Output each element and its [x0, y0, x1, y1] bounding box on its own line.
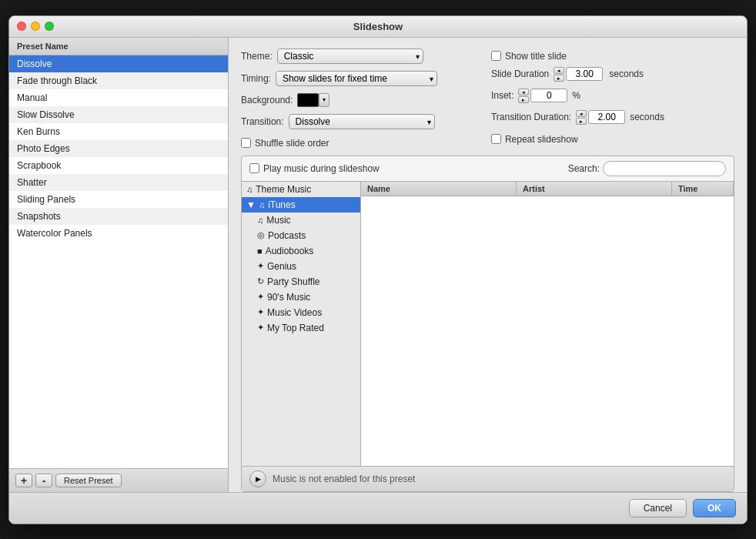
tree-item[interactable]: ♫Music — [242, 213, 360, 228]
maximize-button[interactable] — [45, 22, 54, 31]
cancel-button[interactable]: Cancel — [629, 499, 687, 517]
remove-preset-button[interactable]: - — [35, 474, 52, 487]
tree-item-label: Party Shuffle — [267, 276, 319, 287]
inset-up[interactable]: ▸ — [518, 96, 529, 103]
tree-item-label: iTunes — [268, 199, 296, 210]
timing-select[interactable]: Show slides for fixed time Manual Ken Bu… — [276, 71, 437, 86]
add-preset-button[interactable]: + — [15, 474, 32, 487]
tree-item[interactable]: ✦90's Music — [242, 290, 360, 305]
tree-item-label: My Top Rated — [267, 323, 324, 333]
theme-select[interactable]: Classic Modern Minimal — [277, 49, 423, 64]
play-button[interactable]: ▶ — [249, 470, 266, 487]
preset-item[interactable]: Photo Edges — [9, 140, 228, 157]
tree-item[interactable]: ✦My Top Rated — [242, 320, 360, 336]
music-search-area: Search: — [568, 161, 726, 176]
slide-duration-down[interactable]: ◂ — [554, 67, 564, 74]
window-title: Slideshow — [353, 21, 403, 32]
transition-select-wrapper[interactable]: Dissolve Fade Slide None — [289, 114, 435, 129]
tree-item[interactable]: ◎Podcasts — [242, 228, 360, 243]
tree-item[interactable]: ↻Party Shuffle — [242, 274, 360, 290]
inset-stepper: ◂ ▸ — [518, 89, 567, 103]
tree-item-label: 90's Music — [267, 292, 310, 303]
transition-duration-up[interactable]: ▸ — [576, 118, 587, 125]
inset-arrows: ◂ ▸ — [518, 89, 529, 103]
tree-item-icon: ▼ — [246, 199, 256, 210]
inset-label: Inset: — [491, 90, 513, 101]
shuffle-checkbox[interactable] — [241, 138, 251, 148]
color-swatch[interactable] — [297, 93, 319, 107]
tree-item-type-icon: ◎ — [257, 230, 265, 240]
slideshow-window: Slideshow Preset Name DissolveFade throu… — [8, 15, 748, 524]
preset-item[interactable]: Slow Dissolve — [9, 106, 228, 123]
swatch-arrow[interactable]: ▾ — [319, 93, 329, 107]
search-input[interactable] — [603, 161, 726, 176]
music-body: ♫Theme Music▼♫iTunes♫Music◎Podcasts■Audi… — [242, 182, 734, 466]
slide-duration-up[interactable]: ▸ — [554, 75, 564, 82]
show-title-checkbox[interactable] — [491, 51, 501, 61]
slide-duration-input[interactable] — [566, 67, 603, 81]
tree-item-type-icon: ■ — [257, 246, 263, 256]
tree-item[interactable]: ✦Music Videos — [242, 305, 360, 320]
ok-button[interactable]: OK — [693, 499, 736, 517]
preset-item[interactable]: Watercolor Panels — [9, 225, 228, 242]
left-settings-col: Theme: Classic Modern Minimal Timing: — [241, 49, 437, 151]
show-title-row: Show title slide — [491, 51, 664, 62]
tree-item-label: Music — [266, 215, 290, 226]
preset-item[interactable]: Ken Burns — [9, 123, 228, 140]
repeat-label: Repeat slideshow — [505, 134, 578, 145]
slide-duration-row: Slide Duration ◂ ▸ seconds — [491, 67, 664, 82]
timing-select-wrapper[interactable]: Show slides for fixed time Manual Ken Bu… — [276, 71, 437, 86]
right-panel: Theme: Classic Modern Minimal Timing: — [229, 38, 747, 492]
transition-duration-input[interactable] — [588, 110, 625, 124]
titlebar: Slideshow — [9, 16, 747, 38]
theme-select-wrapper[interactable]: Classic Modern Minimal — [277, 49, 423, 64]
preset-item[interactable]: Scrapbook — [9, 157, 228, 174]
preset-item[interactable]: Snapshots — [9, 208, 228, 225]
tree-item-type-icon: ♫ — [257, 216, 263, 225]
col-time: Time — [672, 182, 734, 196]
preset-list: DissolveFade through BlackManualSlow Dis… — [9, 55, 228, 468]
tree-item-type-icon: ♫ — [246, 185, 253, 194]
inset-input[interactable] — [530, 89, 567, 102]
tree-item-type-icon: ✦ — [257, 261, 264, 271]
minimize-button[interactable] — [31, 22, 40, 31]
repeat-checkbox[interactable] — [491, 134, 501, 144]
tree-item-type-icon: ✦ — [257, 323, 264, 333]
tree-item[interactable]: ✦Genius — [242, 259, 360, 274]
music-header: Play music during slideshow Search: — [242, 156, 734, 182]
bottom-bar: Cancel OK — [9, 492, 747, 524]
color-swatch-wrapper[interactable]: ▾ — [297, 93, 329, 107]
play-music-label: Play music during slideshow — [263, 163, 380, 174]
inset-units: % — [572, 90, 580, 101]
tree-item-type-icon: ♫ — [259, 200, 265, 209]
play-music-row: Play music during slideshow — [249, 163, 380, 174]
search-label: Search: — [568, 163, 600, 174]
shuffle-row: Shuffle slide order — [241, 138, 437, 149]
tree-item[interactable]: ■Audiobooks — [242, 243, 360, 259]
tree-item[interactable]: ▼♫iTunes — [242, 197, 360, 213]
traffic-lights — [17, 22, 54, 31]
inset-down[interactable]: ◂ — [518, 89, 529, 95]
tree-item-type-icon: ✦ — [257, 307, 264, 317]
reset-preset-button[interactable]: Reset Preset — [55, 474, 122, 487]
preset-item[interactable]: Sliding Panels — [9, 191, 228, 208]
play-music-checkbox[interactable] — [249, 163, 259, 173]
tree-item-type-icon: ✦ — [257, 292, 264, 302]
tree-item-type-icon: ↻ — [257, 276, 264, 286]
music-status-bar: ▶ Music is not enabled for this preset — [242, 466, 734, 491]
preset-item[interactable]: Shatter — [9, 174, 228, 191]
transition-select[interactable]: Dissolve Fade Slide None — [289, 114, 435, 129]
background-label: Background: — [241, 95, 293, 105]
close-button[interactable] — [17, 22, 26, 31]
col-name: Name — [361, 182, 517, 196]
transition-duration-label: Transition Duration: — [491, 112, 571, 122]
preset-item[interactable]: Dissolve — [9, 55, 228, 72]
preset-item[interactable]: Fade through Black — [9, 72, 228, 89]
music-tree: ♫Theme Music▼♫iTunes♫Music◎Podcasts■Audi… — [242, 182, 361, 466]
tree-item[interactable]: ♫Theme Music — [242, 182, 360, 197]
music-list-body — [361, 196, 734, 466]
preset-item[interactable]: Manual — [9, 89, 228, 106]
transition-duration-down[interactable]: ◂ — [576, 110, 587, 117]
shuffle-label: Shuffle slide order — [255, 138, 329, 149]
right-settings-col: Show title slide Slide Duration ◂ ▸ — [468, 49, 664, 151]
